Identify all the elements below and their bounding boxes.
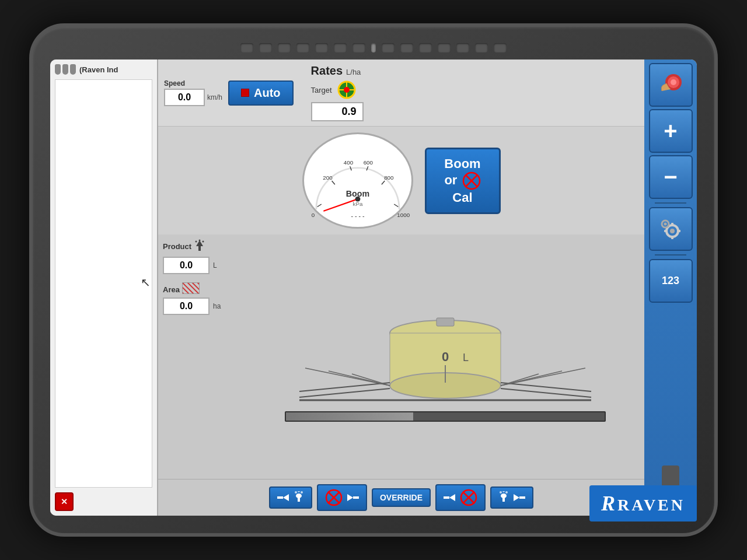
rates-header: Rates L/ha xyxy=(311,64,364,78)
plus-button[interactable]: + xyxy=(649,109,693,153)
svg-marker-47 xyxy=(283,494,289,501)
dot-row xyxy=(240,43,507,52)
svg-point-65 xyxy=(501,494,507,498)
nav-x-circle-icon-2 xyxy=(460,489,477,506)
svg-rect-32 xyxy=(437,318,454,326)
svg-rect-78 xyxy=(664,230,667,232)
numbers-button[interactable]: 123 xyxy=(649,259,693,303)
close-button[interactable] xyxy=(55,492,74,511)
nozzle-1 xyxy=(55,64,61,75)
plus-icon: + xyxy=(664,118,677,144)
svg-line-5 xyxy=(331,181,334,184)
nav-x-circle-icon xyxy=(325,489,343,506)
svg-point-26 xyxy=(196,241,197,243)
top-bar: Speed 0.0 km/h Auto Rates xyxy=(158,60,644,127)
svg-point-68 xyxy=(505,491,508,494)
svg-text:400: 400 xyxy=(343,159,353,165)
center-content: Speed 0.0 km/h Auto Rates xyxy=(158,60,644,516)
nav-spray-icon-2 xyxy=(498,491,509,504)
sprayer-diagram: 0 L xyxy=(250,239,640,474)
rates-target-section: Rates L/ha Target xyxy=(311,64,364,121)
main-content: (Raven Ind ↖ Speed 0.0 km/h xyxy=(50,60,697,516)
dot-5 xyxy=(315,43,328,52)
svg-marker-69 xyxy=(514,494,519,501)
bottom-nav: OVERRIDE xyxy=(158,479,644,516)
svg-point-50 xyxy=(296,494,302,498)
gauge-svg: 0 200 400 600 800 1000 Boom kPa xyxy=(305,134,410,228)
svg-point-75 xyxy=(670,229,675,233)
device-frame: (Raven Ind ↖ Speed 0.0 km/h xyxy=(29,23,718,537)
spray-control-icon xyxy=(656,71,685,100)
svg-point-53 xyxy=(301,491,303,494)
toolbar-divider xyxy=(655,202,687,204)
rates-label: Rates xyxy=(311,64,343,78)
nav-spray-icon-1 xyxy=(294,491,304,504)
dot-6 xyxy=(334,43,347,52)
rates-unit: L/ha xyxy=(346,68,361,76)
svg-text:- - - -: - - - - xyxy=(351,212,365,219)
settings-button[interactable] xyxy=(649,207,693,251)
screen-area: (Raven Ind ↖ Speed 0.0 km/h xyxy=(50,60,697,516)
svg-point-27 xyxy=(199,240,201,242)
svg-rect-79 xyxy=(678,230,680,232)
nav-arrow-left-icon-2 xyxy=(444,492,458,503)
boom-or-cal-text: Boom or Cal xyxy=(444,156,480,205)
svg-rect-58 xyxy=(353,496,359,499)
svg-rect-77 xyxy=(671,236,673,239)
svg-text:0: 0 xyxy=(311,212,315,218)
area-unit: ha xyxy=(213,302,221,310)
nozzle-2 xyxy=(62,64,68,75)
dot-10 xyxy=(419,43,432,52)
svg-point-28 xyxy=(203,241,204,243)
svg-point-52 xyxy=(298,491,300,492)
dot-separator xyxy=(371,43,376,52)
target-label: Target xyxy=(311,86,332,94)
dot-11 xyxy=(438,43,451,52)
toolbar-divider-2 xyxy=(655,254,687,256)
svg-text:0: 0 xyxy=(441,349,448,364)
dot-12 xyxy=(456,43,469,52)
target-value[interactable]: 0.9 xyxy=(311,102,364,121)
dot-8 xyxy=(382,43,395,52)
speed-section: Speed 0.0 km/h xyxy=(164,79,222,106)
right-toolbar: + − xyxy=(644,60,697,516)
auto-red-indicator xyxy=(241,89,249,97)
pressure-gauge: 0 200 400 600 800 1000 Boom kPa xyxy=(302,132,413,229)
svg-point-81 xyxy=(664,222,667,225)
svg-rect-60 xyxy=(444,496,449,499)
svg-text:800: 800 xyxy=(384,174,394,181)
svg-point-19 xyxy=(355,196,360,201)
spray-control-button[interactable] xyxy=(649,63,693,107)
svg-text:L: L xyxy=(463,352,469,363)
cal-text: Cal xyxy=(444,190,480,205)
auto-button[interactable]: Auto xyxy=(228,80,294,106)
auto-label: Auto xyxy=(254,86,281,100)
override-label: OVERRIDE xyxy=(380,493,423,502)
product-unit: L xyxy=(213,261,217,270)
minus-button[interactable]: − xyxy=(649,155,693,199)
area-header: Area xyxy=(163,282,245,294)
override-button[interactable]: OVERRIDE xyxy=(372,488,431,507)
svg-rect-70 xyxy=(519,496,525,499)
settings-gear-icon xyxy=(656,215,685,244)
svg-marker-59 xyxy=(449,494,455,501)
nav-arrow-right-icon-1 xyxy=(345,492,359,503)
svg-rect-76 xyxy=(671,223,673,226)
area-hatch-icon xyxy=(182,282,200,294)
raven-brand-text: RRAVEN xyxy=(601,494,685,514)
speed-label: Speed xyxy=(164,79,185,88)
spray-nozzles-icon xyxy=(55,64,76,75)
nav-right-spray-button[interactable] xyxy=(490,487,533,509)
nav-x-right-button[interactable] xyxy=(317,484,367,511)
sidebar-white-area xyxy=(55,79,152,488)
boom-cal-button[interactable]: Boom or Cal xyxy=(425,148,501,214)
nav-left-x-button[interactable] xyxy=(435,484,486,511)
product-header: Product xyxy=(163,239,245,253)
speed-unit: km/h xyxy=(207,93,222,102)
cursor-arrow: ↖ xyxy=(141,275,151,289)
nav-arrow-right-icon-2 xyxy=(511,492,525,503)
nav-left-spray-button[interactable] xyxy=(269,487,312,509)
area-value: 0.0 xyxy=(163,298,210,315)
boom-text: Boom xyxy=(444,156,480,172)
sprayer-svg: 0 L xyxy=(294,292,597,409)
